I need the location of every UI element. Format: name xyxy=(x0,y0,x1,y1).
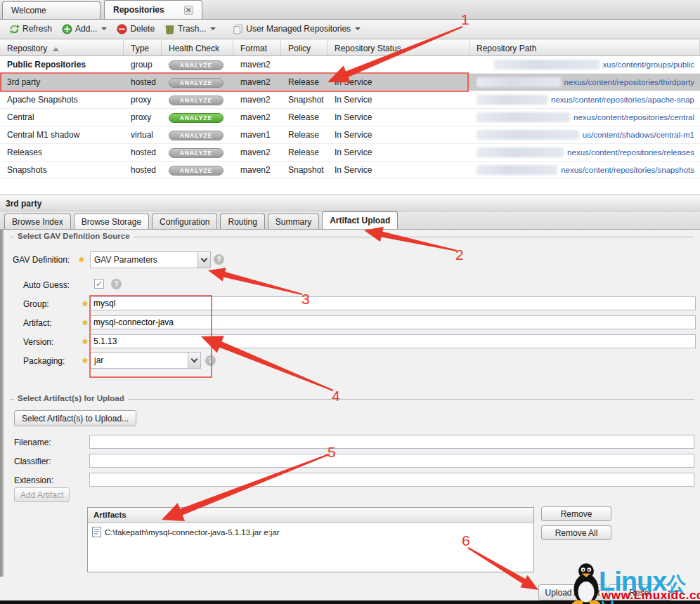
group-field[interactable] xyxy=(90,296,696,310)
table-row-selected[interactable]: 3rd party hosted ANALYZE maven2 Release … xyxy=(0,74,700,91)
auto-guess-checkbox[interactable]: ✓ xyxy=(94,279,104,289)
add-artifact-button[interactable]: Add Artifact xyxy=(14,487,70,502)
sort-asc-icon xyxy=(53,47,59,51)
table-row[interactable]: Public Repositories group ANALYZE maven2… xyxy=(0,56,700,74)
column-header-repository[interactable]: Repository xyxy=(0,40,124,55)
artifact-field[interactable] xyxy=(90,315,696,329)
table-row[interactable]: Central M1 shadow virtual ANALYZE maven1… xyxy=(0,126,700,144)
bottom-edge-bar xyxy=(0,600,700,604)
tab-repositories[interactable]: Repositories ✕ xyxy=(104,0,202,19)
remove-button[interactable]: Remove xyxy=(541,506,611,521)
repository-path-link[interactable]: us/content/shadows/central-m1 xyxy=(583,131,694,139)
table-row[interactable]: Releases hosted ANALYZE maven2 Release I… xyxy=(0,144,700,162)
artifacts-panel: Artifacts C:\fakepath\mysql-connector-ja… xyxy=(87,507,534,572)
detail-panel-title: 3rd party xyxy=(0,195,700,211)
column-header-type[interactable]: Type xyxy=(124,40,162,55)
panel-left-border xyxy=(0,230,4,577)
tab-repositories-label: Repositories xyxy=(113,5,164,15)
reset-button[interactable]: Reset xyxy=(609,584,672,600)
column-header-format[interactable]: Format xyxy=(233,40,281,55)
repository-path-link[interactable]: nexus/content/repositories/snapshots xyxy=(561,166,694,174)
tab-configuration[interactable]: Configuration xyxy=(152,214,217,229)
file-icon xyxy=(92,527,101,537)
analyze-button[interactable]: ANALYZE xyxy=(169,113,223,123)
delete-button[interactable]: Delete xyxy=(112,22,160,37)
required-star-icon: ★ xyxy=(82,318,89,327)
select-artifacts-button[interactable]: Select Artifact(s) to Upload... xyxy=(14,410,136,426)
remove-all-button[interactable]: Remove All xyxy=(541,525,611,540)
gav-definition-select[interactable]: GAV Parameters xyxy=(90,251,211,268)
tab-browse-storage[interactable]: Browse Storage xyxy=(74,214,149,229)
dropdown-trigger-icon[interactable] xyxy=(188,353,200,368)
help-icon[interactable]: ? xyxy=(205,355,216,366)
repository-path-link[interactable]: nexus/content/repositories/central xyxy=(573,113,694,122)
trash-caret-icon xyxy=(210,27,216,30)
table-row[interactable]: Central proxy ANALYZE maven2 Release In … xyxy=(0,109,700,126)
column-header-health-check[interactable]: Health Check xyxy=(162,40,233,55)
version-field[interactable] xyxy=(90,334,696,348)
copy-pages-icon xyxy=(233,24,243,34)
repository-path-link[interactable]: nexus/content/repositories/releases xyxy=(567,148,694,157)
upload-fieldset-legend: Select Artifact(s) for Upload xyxy=(14,394,128,402)
add-icon xyxy=(62,24,72,34)
tab-browse-index[interactable]: Browse Index xyxy=(4,214,71,229)
repository-path-link[interactable]: nexus/content/repositories/apache-snap xyxy=(551,96,694,104)
refresh-button[interactable]: Refresh xyxy=(4,22,57,37)
tab-summary[interactable]: Summary xyxy=(268,214,319,229)
packaging-value: jar xyxy=(91,353,188,368)
required-star-icon: ★ xyxy=(82,299,89,308)
redacted-path xyxy=(477,130,579,140)
packaging-select[interactable]: jar xyxy=(90,352,201,369)
user-managed-caret-icon xyxy=(355,27,361,30)
user-managed-label: User Managed Repositories xyxy=(246,24,351,34)
redacted-path xyxy=(477,165,557,175)
tab-artifact-upload[interactable]: Artifact Upload xyxy=(322,211,398,229)
add-button[interactable]: Add... xyxy=(57,22,112,37)
delete-icon xyxy=(117,24,127,34)
table-row[interactable]: Apache Snapshots proxy ANALYZE maven2 Sn… xyxy=(0,91,700,109)
upload-artifact-button[interactable]: Upload Artifact xyxy=(538,584,607,600)
add-label: Add... xyxy=(75,24,97,34)
column-header-policy[interactable]: Policy xyxy=(281,40,328,55)
analyze-button[interactable]: ANALYZE xyxy=(169,78,223,88)
tab-routing[interactable]: Routing xyxy=(220,214,264,229)
tab-welcome[interactable]: Welcome xyxy=(2,1,101,19)
required-star-icon: ★ xyxy=(82,337,89,346)
delete-label: Delete xyxy=(130,24,155,34)
help-icon[interactable]: ? xyxy=(111,279,122,289)
tab-welcome-label: Welcome xyxy=(11,6,46,15)
tab-close-icon[interactable]: ✕ xyxy=(184,6,193,15)
group-label: Group: xyxy=(23,299,49,309)
extension-field[interactable] xyxy=(89,473,694,487)
gav-definition-label: GAV Definition: xyxy=(13,255,70,265)
grid-header: Repository Type Health Check Format Poli… xyxy=(0,39,700,56)
redacted-path xyxy=(477,112,570,122)
classifier-field[interactable] xyxy=(89,454,694,468)
artifact-label: Artifact: xyxy=(23,318,52,328)
artifact-item-text: C:\fakepath\mysql-connector-java-5.1.13.… xyxy=(105,528,280,537)
help-icon[interactable]: ? xyxy=(214,254,224,265)
table-row[interactable]: Snapshots hosted ANALYZE maven2 Snapshot… xyxy=(0,162,700,179)
gav-definition-value: GAV Parameters xyxy=(91,252,197,268)
column-header-repository-status[interactable]: Repository Status xyxy=(328,40,469,55)
column-header-repository-path[interactable]: Repository Path xyxy=(469,40,700,55)
repository-path-link[interactable]: nexus/content/repositories/thirdparty xyxy=(564,78,694,86)
analyze-button[interactable]: ANALYZE xyxy=(169,166,223,176)
analyze-button[interactable]: ANALYZE xyxy=(169,60,223,70)
repositories-toolbar: Refresh Add... Delete Trash... User Mana… xyxy=(0,20,700,39)
artifacts-panel-title: Artifacts xyxy=(88,508,533,523)
gav-fieldset-legend: Select GAV Definition Source xyxy=(14,232,134,240)
repository-path-link[interactable]: xus/content/groups/public xyxy=(603,60,694,69)
analyze-button[interactable]: ANALYZE xyxy=(169,148,223,158)
version-label: Version: xyxy=(23,337,53,347)
dropdown-trigger-icon[interactable] xyxy=(197,252,210,268)
add-caret-icon xyxy=(101,27,107,30)
artifact-list-item[interactable]: C:\fakepath\mysql-connector-java-5.1.13.… xyxy=(88,523,533,541)
extension-label: Extension: xyxy=(14,475,53,485)
user-managed-repositories-button[interactable]: User Managed Repositories xyxy=(228,22,365,37)
analyze-button[interactable]: ANALYZE xyxy=(169,131,223,140)
analyze-button[interactable]: ANALYZE xyxy=(169,96,223,105)
packaging-label: Packaging: xyxy=(23,356,65,366)
trash-button[interactable]: Trash... xyxy=(160,22,221,37)
filename-field[interactable] xyxy=(89,435,694,449)
